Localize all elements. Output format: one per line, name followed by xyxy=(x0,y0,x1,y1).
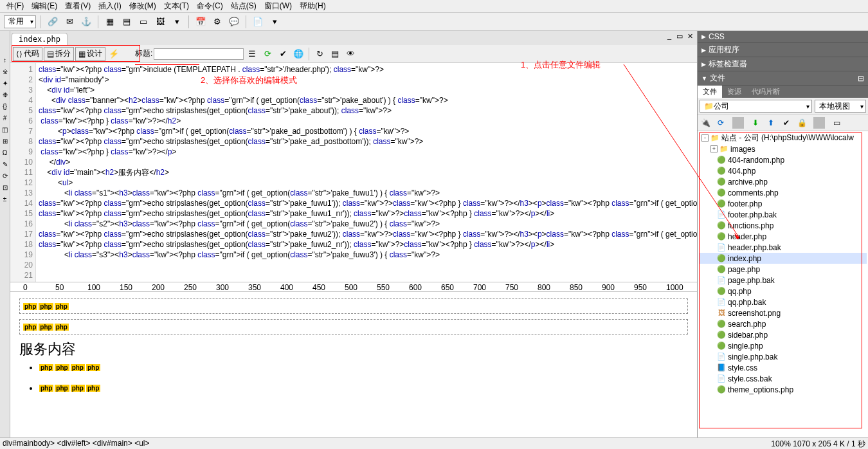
checkin-icon[interactable]: 🔒 xyxy=(796,117,808,129)
tree-file[interactable]: 🟢 404-random.php xyxy=(699,154,867,165)
design-view[interactable]: phpphpphp phpphpphp 服务内容 phpphpphpphp ph… xyxy=(10,292,697,449)
tb-media-icon[interactable]: ▾ xyxy=(170,15,184,29)
tree-file[interactable]: 🟢 search.php xyxy=(699,318,867,329)
tree-file[interactable]: + 📁 images xyxy=(699,143,867,154)
tree-file[interactable]: 🟢 theme_options.php xyxy=(699,384,867,395)
tree-file[interactable]: 📄 header.php.bak xyxy=(699,242,867,253)
tree-file[interactable]: 🟢 page.php xyxy=(699,264,867,275)
tree-file[interactable]: 🟢 single.php xyxy=(699,340,867,351)
menu-item[interactable]: 查看(V) xyxy=(61,0,95,13)
tree-file[interactable]: 🟢 functions.php xyxy=(699,220,867,231)
strip-btn[interactable]: ↕ xyxy=(1,57,10,66)
tree-file[interactable]: 🟢 404.php xyxy=(699,165,867,176)
menu-item[interactable]: 件(F) xyxy=(3,0,28,13)
menu-item[interactable]: 插入(I) xyxy=(95,0,125,13)
tb-more-icon[interactable]: ▾ xyxy=(267,15,282,29)
tree-file[interactable]: 🟢 index.php xyxy=(699,253,867,264)
tb-anchor-icon[interactable]: ⚓ xyxy=(79,15,93,29)
strip-btn[interactable]: ± xyxy=(1,196,10,205)
tb-server-icon[interactable]: ⚙ xyxy=(210,15,224,29)
docbar-visual-icon[interactable]: 👁 xyxy=(343,47,357,61)
strip-btn[interactable]: ✎ xyxy=(1,161,10,170)
files-tab[interactable]: 代码片断 xyxy=(746,86,785,98)
file-tree[interactable]: - 📁 站点 - 公司 (H:\phpStudy\WWW\localw+ 📁 i… xyxy=(698,131,868,449)
tree-file[interactable]: 📄 style.css.bak xyxy=(699,373,867,384)
menu-item[interactable]: 文本(T) xyxy=(160,0,193,13)
menu-item[interactable]: 命令(C) xyxy=(193,0,227,13)
panel-files[interactable]: ▼文件⊟ xyxy=(698,71,868,86)
tree-file[interactable]: 📄 page.php.bak xyxy=(699,275,867,286)
title-input[interactable] xyxy=(154,48,244,60)
view-combo[interactable]: 本地视图 xyxy=(815,100,866,113)
connect-icon[interactable]: 🔌 xyxy=(700,117,711,129)
put-icon[interactable]: ⬆ xyxy=(765,117,777,129)
tb-templates-icon[interactable]: 📄 xyxy=(251,15,265,29)
panel-app[interactable]: ▶应用程序 xyxy=(698,43,868,57)
strip-btn[interactable]: ⊡ xyxy=(1,184,10,193)
tb-email-icon[interactable]: ✉ xyxy=(62,15,77,29)
tree-file[interactable]: 📄 qq.php.bak xyxy=(699,297,867,307)
close-icon[interactable]: ✕ xyxy=(685,32,694,41)
menu-item[interactable]: 帮助(H) xyxy=(296,0,330,13)
tb-hyperlink-icon[interactable]: 🔗 xyxy=(46,15,60,29)
docbar-options-icon[interactable]: ▤ xyxy=(328,47,342,61)
menu-item[interactable]: 编辑(E) xyxy=(28,0,61,13)
strip-btn[interactable]: Ω xyxy=(1,149,10,158)
strip-btn[interactable]: ◫ xyxy=(1,126,10,135)
tb-table-icon[interactable]: ▦ xyxy=(103,15,117,29)
strip-btn[interactable]: {} xyxy=(1,103,10,112)
files-tab[interactable]: 资源 xyxy=(722,86,746,98)
tree-file[interactable]: 🟢 footer.php xyxy=(699,198,867,209)
tree-file[interactable]: 📄 single.php.bak xyxy=(699,351,867,362)
expand-icon[interactable]: ▭ xyxy=(831,117,842,129)
code-view-button[interactable]: ⟨⟩ 代码 xyxy=(13,47,42,61)
tree-site-root[interactable]: - 📁 站点 - 公司 (H:\phpStudy\WWW\localw xyxy=(699,133,867,143)
tb-div-icon[interactable]: ▭ xyxy=(136,15,150,29)
docbar-globe-icon[interactable]: 🌐 xyxy=(291,47,305,61)
file-tab[interactable]: index.php xyxy=(12,33,68,45)
tree-file[interactable]: 🟢 comments.php xyxy=(699,187,867,198)
main-toolbar: 常用 🔗 ✉ ⚓ ▦ ▤ ▭ 🖼 ▾ 📅 ⚙ 💬 📄 ▾ xyxy=(0,13,868,31)
refresh-icon[interactable]: ⟳ xyxy=(715,117,727,129)
tree-file[interactable]: 🟢 header.php xyxy=(699,231,867,242)
files-tab[interactable]: 文件 xyxy=(698,86,722,98)
code-body[interactable]: class="kw"><?php class="grn">include (TE… xyxy=(36,63,697,282)
document-toolbar: ⟨⟩ 代码 ▤ 拆分 ▦ 设计 ⚡ 标题: ☰ ⟳ ✔ 🌐 ↻ ▤ 👁 xyxy=(10,45,697,63)
strip-btn[interactable]: ⟳ xyxy=(1,172,10,181)
split-view-button[interactable]: ▤ 拆分 xyxy=(44,47,74,61)
docbar-refresh-icon[interactable]: ↻ xyxy=(312,47,327,61)
menu-item[interactable]: 修改(M) xyxy=(125,0,160,13)
tree-file[interactable]: 📘 style.css xyxy=(699,362,867,373)
code-editor[interactable]: 123456789101112131415161718192021 class=… xyxy=(10,63,697,282)
tb-image-icon[interactable]: 🖼 xyxy=(153,15,167,29)
docbar-btn[interactable]: ⟳ xyxy=(260,47,275,61)
live-view-icon[interactable]: ⚡ xyxy=(107,47,121,61)
tb-date-icon[interactable]: 📅 xyxy=(194,15,208,29)
design-view-button[interactable]: ▦ 设计 xyxy=(75,47,105,61)
docbar-check-icon[interactable]: ✔ xyxy=(276,47,290,61)
tree-file[interactable]: 📄 footer.php.bak xyxy=(699,209,867,220)
strip-btn[interactable]: # xyxy=(1,115,10,124)
tag-path[interactable]: div#mainbody> <div#left> <div#main> <ul> xyxy=(3,439,150,448)
menu-item[interactable]: 站点(S) xyxy=(227,0,260,13)
menu-item[interactable]: 窗口(W) xyxy=(260,0,296,13)
tree-file[interactable]: 🟢 qq.php xyxy=(699,286,867,297)
strip-btn[interactable]: ✦ xyxy=(1,80,10,89)
strip-btn[interactable]: ❉ xyxy=(1,91,10,100)
panel-tag[interactable]: ▶标签检查器 xyxy=(698,57,868,71)
tree-file[interactable]: 🟢 archive.php xyxy=(699,176,867,187)
restore-icon[interactable]: ▭ xyxy=(675,32,684,41)
site-combo[interactable]: 📁 公司 xyxy=(700,100,812,113)
minimize-icon[interactable]: _ xyxy=(665,32,674,41)
strip-btn[interactable]: ※ xyxy=(1,68,10,77)
docbar-btn[interactable]: ☰ xyxy=(245,47,259,61)
insert-combo[interactable]: 常用 xyxy=(4,15,36,28)
strip-btn[interactable]: ⊞ xyxy=(1,138,10,147)
tree-file[interactable]: 🖼 screenshot.png xyxy=(699,307,867,318)
tb-layout-icon[interactable]: ▤ xyxy=(120,15,134,29)
get-icon[interactable]: ⬇ xyxy=(750,117,761,129)
tb-comment-icon[interactable]: 💬 xyxy=(227,15,241,29)
tree-file[interactable]: 🟢 sidebar.php xyxy=(699,329,867,340)
panel-css[interactable]: ▶CSS xyxy=(698,31,868,43)
checkout-icon[interactable]: ✔ xyxy=(781,117,792,129)
